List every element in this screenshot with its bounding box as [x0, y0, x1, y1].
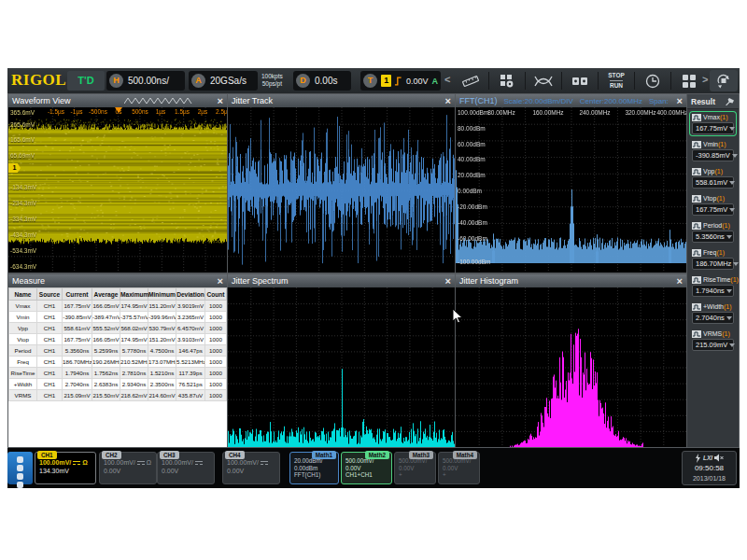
axis-label: 165.6mV	[10, 136, 35, 143]
result-item-label: Vpp(1)	[692, 167, 734, 175]
measure-column-header: Deviation	[176, 288, 205, 301]
delay-button[interactable]: D 0.00s	[293, 71, 351, 91]
trigger-button[interactable]: T 1 0.00V A	[360, 71, 441, 91]
jh-body-canvas	[456, 287, 686, 447]
result-item[interactable]: Vtop(1) 167.75mV	[690, 193, 736, 217]
close-icon[interactable]: ×	[218, 95, 223, 106]
eye-diagram-button[interactable]	[526, 70, 561, 92]
rigol-logo: RIGOL	[11, 71, 66, 90]
jitter-track-header[interactable]: Jitter Track ×	[228, 94, 455, 107]
measure-column-header: Count	[205, 288, 227, 301]
result-item-value[interactable]: 167.75mV	[692, 203, 734, 216]
measurement-icon	[692, 114, 701, 121]
result-item-value[interactable]: 558.61mV	[692, 176, 734, 189]
close-icon[interactable]: ×	[445, 275, 451, 287]
measure-column-header: Current	[63, 288, 92, 301]
result-item[interactable]: +Width(1) 2.7040ns	[690, 301, 736, 325]
result-item-label: Vmax(1)	[692, 113, 734, 121]
nav-right-arrow[interactable]: >	[702, 74, 708, 85]
math-card[interactable]: Math2 500.00mV/ 0.00V CH1+CH1	[341, 452, 392, 484]
axis-label: 265.6mV	[10, 121, 35, 128]
result-item-value[interactable]: 2.7040ns	[692, 312, 734, 324]
close-icon[interactable]: ×	[677, 95, 683, 106]
toolbar-icon-row: STOPRUN	[453, 69, 707, 92]
axis-label: 2µs	[198, 108, 208, 115]
horizontal-scale-value: 500.00ns/	[128, 76, 169, 86]
fft-plot[interactable]: 100.00dBm80.00dBm60.00dBm40.00dBm20.00dB…	[456, 107, 686, 273]
h-key-icon: H	[109, 74, 123, 88]
math-label: Math1	[312, 451, 336, 459]
a-key-icon: A	[191, 74, 205, 88]
axis-label: 2.5µs	[216, 108, 227, 115]
math-card[interactable]: Math1 20.00dBm/ 0.00dBm FFT(CH1)	[289, 452, 339, 484]
settings-button[interactable]	[710, 70, 738, 91]
result-item[interactable]: RiseTime(1) 1.7940ns	[690, 274, 736, 298]
result-item[interactable]: Freq(1) 186.70MHz	[690, 247, 736, 271]
jitter-histogram-header[interactable]: Jitter Histogram ×	[456, 274, 686, 287]
result-item-value[interactable]: -390.85mV	[692, 149, 734, 161]
table-row: +WidthCH12.7040ns2.6383ns2.9340ns2.3500n…	[9, 379, 227, 390]
result-item[interactable]: VRMS(1) 215.09mV	[690, 329, 736, 352]
math-label: Math2	[365, 451, 389, 459]
jitter-spectrum-header[interactable]: Jitter Spectrum ×	[228, 274, 455, 287]
result-item-value[interactable]: 167.75mV	[692, 122, 734, 134]
result-header[interactable]: Result	[687, 94, 739, 109]
trigger-status-badge: T'D	[67, 71, 105, 91]
result-item-label: +Width(1)	[692, 302, 734, 311]
mask-test-button[interactable]	[562, 70, 598, 92]
table-row: VRMSCH1215.09mV215.50mV218.62mV214.60mV4…	[9, 390, 227, 401]
axis-label: 20.00dBm	[458, 172, 486, 178]
close-icon[interactable]: ×	[218, 275, 223, 287]
jt-body-canvas	[228, 107, 455, 273]
result-item-label: Vmin(1)	[692, 140, 734, 148]
dropdown-arrow-icon	[726, 316, 732, 320]
system-status-box[interactable]: LXI 09:50:58 2013/01/18	[682, 451, 737, 485]
sample-rate-button[interactable]: A 20GSa/s	[189, 71, 258, 91]
result-item-value[interactable]: 215.09mV	[692, 339, 734, 351]
result-item-label: Vtop(1)	[692, 194, 734, 203]
jitter-histogram-plot[interactable]	[456, 287, 686, 447]
result-item[interactable]: Period(1) 5.3560ns	[690, 220, 736, 244]
nav-left-arrow[interactable]: <	[444, 74, 450, 85]
stop-run-label: STOPRUN	[608, 72, 625, 90]
math-card[interactable]: Math3 500.00mV/ 0.00V +	[394, 452, 436, 484]
result-items: Vmax(1) 167.75mV Vmin(1) -390.85mV	[687, 112, 739, 352]
measurement-icon	[692, 141, 701, 148]
close-icon[interactable]: ×	[677, 275, 683, 287]
result-item-value[interactable]: 5.3560ns	[692, 231, 734, 243]
trigger-marker-icon[interactable]	[115, 107, 122, 113]
stop-run-button[interactable]: STOPRUN	[599, 70, 634, 92]
waveform-view-header[interactable]: Waveform View ×	[8, 94, 227, 107]
horizontal-scale-button[interactable]: H 500.00ns/	[106, 71, 185, 91]
result-item-value[interactable]: 1.7940ns	[692, 285, 734, 297]
jsp-body-canvas	[228, 287, 455, 447]
pin-icon[interactable]	[725, 97, 735, 106]
math-card[interactable]: Math4 500.00mV/ 0.00V +	[438, 452, 480, 484]
axis-label: -1.5µs	[48, 108, 64, 115]
jitter-spectrum-plot[interactable]	[228, 287, 455, 447]
axis-label: -334.3mV	[10, 216, 36, 222]
measure-header[interactable]: Measure ×	[8, 274, 227, 287]
measurement-icon	[692, 195, 701, 203]
waveform-view-plot[interactable]: 1 -1.5µs-1µs-500ns0s500ns1µs1.5µs2µs2.5µ…	[8, 107, 227, 273]
fft-body-canvas	[456, 107, 686, 273]
dropdown-arrow-icon	[726, 235, 732, 239]
fft-header[interactable]: FFT(CH1) Scale:20.00dBm/DIV Center:200.0…	[456, 94, 686, 107]
trigger-mode: A	[432, 77, 439, 86]
trigger-source-badge: 1	[381, 75, 391, 87]
measure-column-header: Name	[9, 288, 37, 301]
close-icon[interactable]: ×	[445, 95, 451, 106]
axis-label: 80.00MHz	[487, 109, 515, 116]
measure-tool-button[interactable]	[453, 70, 488, 92]
axis-label: 65.69mV	[10, 152, 35, 159]
history-button[interactable]	[635, 70, 670, 92]
jitter-track-plot[interactable]	[228, 107, 455, 273]
storage-button[interactable]	[489, 70, 525, 92]
result-item[interactable]: Vmin(1) -390.85mV	[690, 139, 736, 162]
measure-column-header: Average	[92, 288, 120, 301]
t-key-icon: T	[363, 74, 377, 88]
result-item-value[interactable]: 186.70MHz	[692, 258, 734, 270]
result-item[interactable]: Vmax(1) 167.75mV	[690, 112, 736, 135]
result-item[interactable]: Vpp(1) 558.61mV	[690, 166, 736, 189]
jitter-track-panel: Jitter Track ×	[227, 93, 456, 273]
